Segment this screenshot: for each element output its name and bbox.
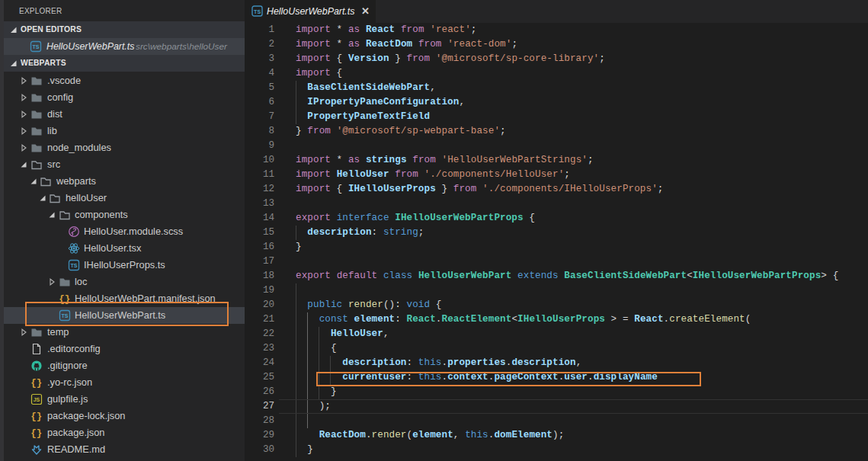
svg-text:{: { <box>30 411 37 422</box>
svg-text:TS: TS <box>254 9 261 14</box>
svg-text:}: } <box>37 428 43 439</box>
svg-text:}: } <box>37 411 43 422</box>
svg-text:JS: JS <box>34 397 40 402</box>
svg-text:TS: TS <box>71 263 78 268</box>
svg-text:{: { <box>30 378 37 389</box>
svg-text:TS: TS <box>33 44 40 50</box>
svg-text:}: } <box>37 378 43 389</box>
svg-text:{: { <box>30 428 37 439</box>
